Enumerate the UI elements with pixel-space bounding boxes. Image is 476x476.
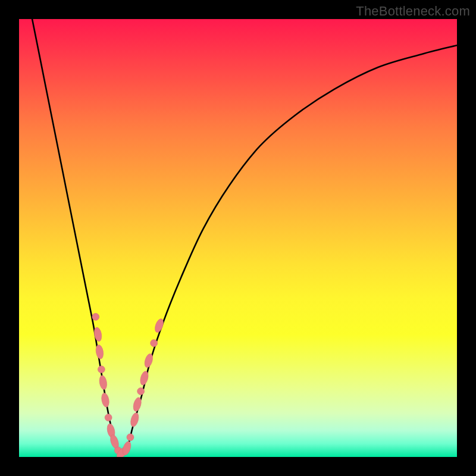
svg-point-3 [97,365,105,374]
data-marker [98,375,108,390]
svg-point-12 [126,433,134,441]
watermark-text: TheBottleneck.com [356,4,470,19]
svg-point-6 [104,414,112,422]
bottleneck-curve [32,19,457,453]
data-marker [97,365,105,374]
svg-point-4 [98,375,108,390]
svg-point-5 [101,392,110,408]
plot-area [19,19,457,457]
svg-point-13 [129,412,140,427]
data-marker [129,412,140,427]
data-marker [126,433,134,441]
chart-overlay [19,19,457,457]
chart-frame: TheBottleneck.com [0,0,476,476]
data-marker [101,392,110,408]
data-marker [104,414,112,422]
